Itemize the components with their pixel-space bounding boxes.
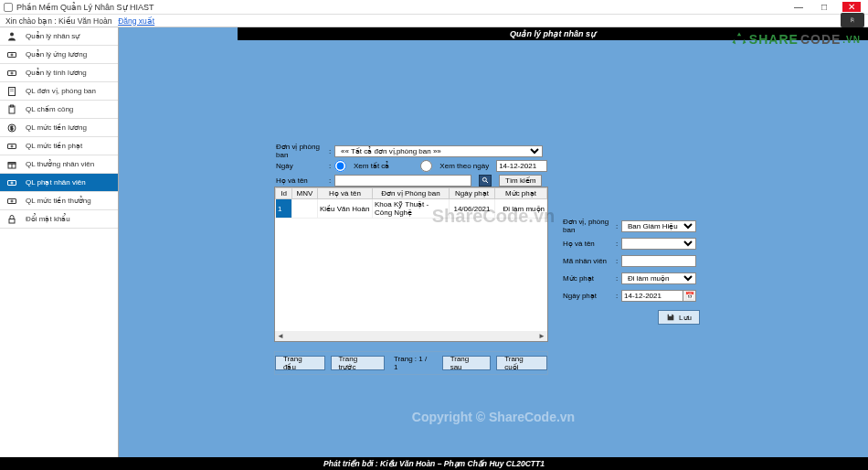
detail-form: Đơn vị, phòng ban : Ban Giám Hiệu Họ và … [563,219,700,325]
close-button[interactable]: ✕ [842,2,861,12]
welcome-bar: Xin chào bạn : Kiều Văn Hoàn Đăng xuất ⎘ [0,15,868,27]
pager: Trang đầu Trang trước Trang : 1 / 1 Tran… [274,351,548,375]
filter-name-label: Họ và tên [274,176,329,185]
filter-dept-select[interactable]: «« Tất cả đơn vị,phòng ban »» [334,145,543,157]
col-name[interactable]: Họ và tên [318,188,373,199]
coin-icon: $ [5,123,18,134]
page-prev-button[interactable]: Trang trước [331,356,385,370]
svg-rect-18 [8,162,16,164]
svg-point-2 [11,54,13,56]
sidebar-item-label: QL chấm công [26,105,73,113]
gift-icon [5,159,18,170]
form-date-input[interactable] [621,290,683,302]
money-icon [5,177,18,188]
sidebar-item-phat-nv[interactable]: QL phạt nhân viên [0,174,118,192]
save-button[interactable]: Lưu [658,310,700,325]
sidebar-item-tinh-luong[interactable]: Quản lý tính lương [0,64,118,82]
logout-link[interactable]: Đăng xuất [118,16,154,26]
save-icon [666,313,675,322]
sidebar-item-label: Quản lý ứng lương [26,50,87,59]
col-level[interactable]: Mức phạt [495,188,547,199]
sidebar: Quản lý nhân sự Quản lý ứng lương Quản l… [0,27,119,457]
svg-rect-1 [8,52,16,57]
sidebar-item-ung-luong[interactable]: Quản lý ứng lương [0,46,118,64]
svg-point-0 [10,32,14,36]
svg-rect-23 [9,219,15,223]
filter-name-input[interactable] [334,175,471,187]
form-name-label: Họ và tên [563,240,616,248]
filter-panel: Đơn vị phòng ban : «« Tất cả đơn vị,phòn… [274,144,548,188]
horizontal-scrollbar[interactable]: ◄► [275,331,547,341]
taskbar-badge: ⎘ [841,13,864,27]
sidebar-item-label: QL mức tiền thưởng [26,197,91,205]
window-titlebar: Phần Mềm Quản Lý Nhân Sự HIAST — □ ✕ [0,0,868,15]
svg-text:$: $ [11,125,14,131]
svg-rect-14 [8,144,16,148]
sidebar-item-label: Quản lý tính lương [26,69,87,77]
form-level-label: Mức phạt [563,274,616,283]
results-table: Id MNV Họ và tên Đơn vị Phòng ban Ngày p… [274,187,548,342]
app-icon [4,3,13,12]
col-dept[interactable]: Đơn vị Phòng ban [373,188,450,199]
page-first-button[interactable]: Trang đầu [275,356,325,370]
sidebar-item-doi-mk[interactable]: Đổi mật khẩu [0,210,118,229]
sidebar-item-label: QL phạt nhân viên [26,178,86,187]
page-title: Quản lý phạt nhân sự [510,29,596,38]
svg-point-20 [11,182,13,184]
form-dept-label: Đơn vị, phòng ban [563,218,616,234]
sidebar-item-label: QL thưởng nhân viên [26,160,94,168]
radio-view-all[interactable] [334,160,346,172]
table-row[interactable]: 1 Kiều Văn Hoàn Khoa Kỹ Thuật - Công Ngh… [276,199,547,219]
welcome-text: Xin chào bạn : Kiều Văn Hoàn [5,16,111,26]
content-area: Quản lý phạt nhân sự SHARECODE.VN ShareC… [119,27,868,457]
form-level-select[interactable]: Đi làm muộn [621,272,696,284]
col-mnv[interactable]: MNV [292,188,318,199]
sidebar-item-nhan-su[interactable]: Quản lý nhân sự [0,27,118,46]
search-icon-button[interactable] [479,175,492,187]
sidebar-item-muc-thuong[interactable]: QL mức tiền thưởng [0,192,118,210]
svg-rect-19 [8,180,16,185]
radio-view-by-date-label: Xem theo ngày [439,162,489,170]
col-id[interactable]: Id [276,188,292,199]
clipboard-icon [5,104,18,115]
person-icon [5,31,18,42]
filter-dept-label: Đơn vị phòng ban [274,143,329,159]
page-last-button[interactable]: Trang cuối [496,356,547,370]
svg-point-4 [11,72,13,74]
svg-line-25 [486,181,488,183]
sidebar-item-cham-cong[interactable]: QL chấm công [0,101,118,119]
footer-text: Phát triển bởi : Kiều Văn Hoàn – Phạm Ch… [323,459,545,468]
page-indicator: Trang : 1 / 1 [390,355,437,371]
radio-view-by-date[interactable] [420,160,432,172]
minimize-button[interactable]: — [791,2,806,12]
sidebar-item-don-vi[interactable]: QL đơn vị, phòng ban [0,82,118,101]
sidebar-item-label: Đổi mật khẩu [26,215,70,223]
form-emp-input[interactable] [621,255,696,267]
page-next-button[interactable]: Trang sau [442,356,492,370]
svg-rect-5 [9,87,16,95]
search-icon [482,176,489,184]
footer: Phát triển bởi : Kiều Văn Hoàn – Phạm Ch… [0,457,868,470]
lock-icon [5,214,18,225]
filter-date-input[interactable] [496,160,547,172]
sidebar-item-label: QL mức tiền phạt [26,142,82,150]
col-date[interactable]: Ngày phạt [450,188,495,199]
filter-date-label: Ngày [274,162,329,170]
sidebar-item-label: Quản lý nhân sự [26,32,79,40]
svg-rect-3 [8,70,16,75]
svg-point-24 [482,177,486,181]
window-title: Phần Mềm Quản Lý Nhân Sự HIAST [16,3,791,12]
maximize-button[interactable]: □ [817,2,831,12]
sidebar-item-label: QL mức tiền lương [26,123,87,132]
sidebar-item-muc-luong[interactable]: $ QL mức tiền lương [0,119,118,137]
search-button[interactable]: Tìm kiếm [499,175,542,187]
sidebar-item-muc-phat[interactable]: QL mức tiền phạt [0,137,118,155]
form-dept-select[interactable]: Ban Giám Hiệu [621,220,696,232]
svg-point-22 [11,200,13,202]
sharecode-logo: SHARECODE.VN [731,31,861,48]
radio-view-all-label: Xem tất cả [354,162,389,170]
calendar-icon[interactable]: 📅 [683,290,696,302]
money-icon [5,196,18,207]
form-name-select[interactable] [621,238,696,250]
sidebar-item-thuong-nv[interactable]: QL thưởng nhân viên [0,155,118,174]
